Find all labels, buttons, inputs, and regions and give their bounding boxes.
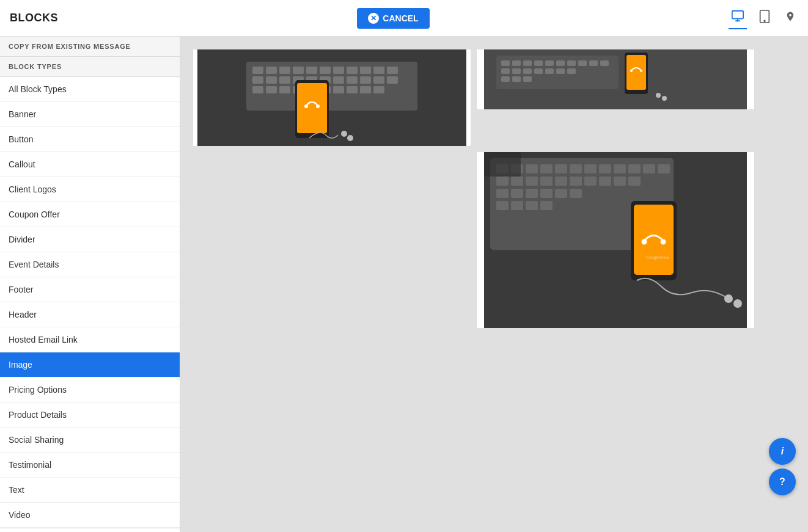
svg-rect-95 [570,177,582,186]
block-types-header[interactable]: BLOCK TYPES [0,57,180,77]
sidebar-item-client-logos[interactable]: Client Logos [0,177,180,202]
svg-point-2 [764,20,765,21]
svg-rect-13 [293,67,304,74]
svg-rect-61 [512,68,521,74]
sidebar: COPY FROM EXISTING MESSAGE BLOCK TYPES A… [0,37,180,532]
svg-rect-43 [297,83,327,133]
sidebar-item-event-details[interactable]: Event Details [0,252,180,277]
monitor-icon[interactable] [729,7,747,29]
svg-rect-92 [526,177,538,186]
question-icon: ? [779,476,785,487]
svg-rect-56 [567,60,576,66]
svg-rect-104 [555,189,567,198]
info-button[interactable]: i [769,438,796,465]
svg-rect-18 [360,67,371,74]
svg-rect-86 [614,164,626,173]
sidebar-item-testimonial[interactable]: Testimonial [0,453,180,478]
svg-rect-16 [333,67,344,74]
svg-rect-103 [540,189,553,198]
image-block-2[interactable] [476,49,755,110]
svg-rect-69 [523,76,532,82]
svg-rect-52 [523,60,532,66]
svg-rect-88 [643,164,655,173]
top-bar: BLOCKS ✕ CANCEL [0,0,808,37]
blocks-grid: CoogleView [193,49,755,329]
svg-point-115 [724,294,733,303]
svg-rect-102 [526,189,538,198]
cancel-label: CANCEL [383,13,418,23]
svg-rect-28 [347,76,358,84]
sidebar-item-video[interactable]: Video [0,503,180,528]
sidebar-item-button[interactable]: Button [0,127,180,152]
svg-rect-101 [511,189,523,198]
svg-rect-33 [266,86,277,93]
sidebar-item-banner[interactable]: Banner [0,102,180,127]
sidebar-item-callout[interactable]: Callout [0,152,180,177]
svg-rect-59 [600,60,609,66]
svg-rect-97 [599,177,611,186]
app-title: BLOCKS [10,12,58,24]
x-icon: ✕ [368,13,379,24]
svg-rect-54 [545,60,554,66]
copy-from-existing-header[interactable]: COPY FROM EXISTING MESSAGE [0,37,180,57]
sidebar-item-all[interactable]: All Block Types [0,77,180,102]
svg-rect-82 [555,164,567,173]
svg-rect-27 [333,76,344,84]
sidebar-items-list: All Block TypesBannerButtonCalloutClient… [0,77,180,528]
sidebar-item-text[interactable]: Text [0,478,180,503]
svg-rect-11 [266,67,277,74]
svg-rect-84 [584,164,597,173]
svg-rect-109 [540,201,553,210]
svg-point-113 [661,239,666,245]
image-block-3[interactable]: CoogleView [476,151,755,329]
sidebar-item-image[interactable]: Image [0,352,180,377]
sidebar-item-footer[interactable]: Footer [0,277,180,302]
svg-rect-62 [523,68,532,74]
svg-rect-19 [373,67,384,74]
svg-rect-71 [626,55,646,90]
svg-rect-93 [540,177,553,186]
svg-rect-57 [578,60,587,66]
svg-rect-91 [511,177,523,186]
sidebar-item-divider[interactable]: Divider [0,227,180,252]
svg-point-75 [662,96,667,101]
svg-rect-50 [501,60,510,66]
main-layout: COPY FROM EXISTING MESSAGE BLOCK TYPES A… [0,37,808,532]
svg-rect-40 [360,86,371,93]
svg-rect-87 [628,164,641,173]
svg-text:CoogleView: CoogleView [646,255,669,260]
image-block-1[interactable] [193,49,471,147]
svg-point-72 [630,70,633,72]
svg-rect-63 [534,68,543,74]
svg-rect-15 [320,67,331,74]
info-icon: i [781,446,784,457]
svg-rect-58 [589,60,598,66]
svg-point-74 [656,93,661,98]
tablet-icon[interactable] [757,7,773,29]
sidebar-item-header[interactable]: Header [0,302,180,327]
sidebar-item-hosted-email-link[interactable]: Hosted Email Link [0,327,180,352]
svg-rect-29 [360,76,371,84]
svg-rect-94 [555,177,567,186]
sidebar-item-pricing-options[interactable]: Pricing Options [0,377,180,403]
svg-rect-31 [387,76,398,84]
svg-rect-17 [347,67,358,74]
svg-rect-81 [540,164,553,173]
svg-rect-65 [556,68,565,74]
sidebar-item-social-sharing[interactable]: Social Sharing [0,428,180,453]
svg-point-46 [341,131,347,137]
svg-rect-14 [306,67,317,74]
svg-rect-90 [496,177,509,186]
cancel-button[interactable]: ✕ CANCEL [357,8,429,29]
sidebar-item-product-details[interactable]: Product Details [0,403,180,428]
help-button[interactable]: ? [769,468,796,495]
sidebar-item-coupon-offer[interactable]: Coupon Offer [0,202,180,227]
svg-point-73 [640,70,642,72]
pin-icon[interactable] [782,7,798,29]
svg-rect-106 [496,201,509,210]
svg-rect-21 [252,76,263,84]
svg-rect-105 [570,189,582,198]
svg-rect-41 [373,86,384,93]
svg-rect-117 [484,152,521,177]
svg-rect-80 [526,164,538,173]
